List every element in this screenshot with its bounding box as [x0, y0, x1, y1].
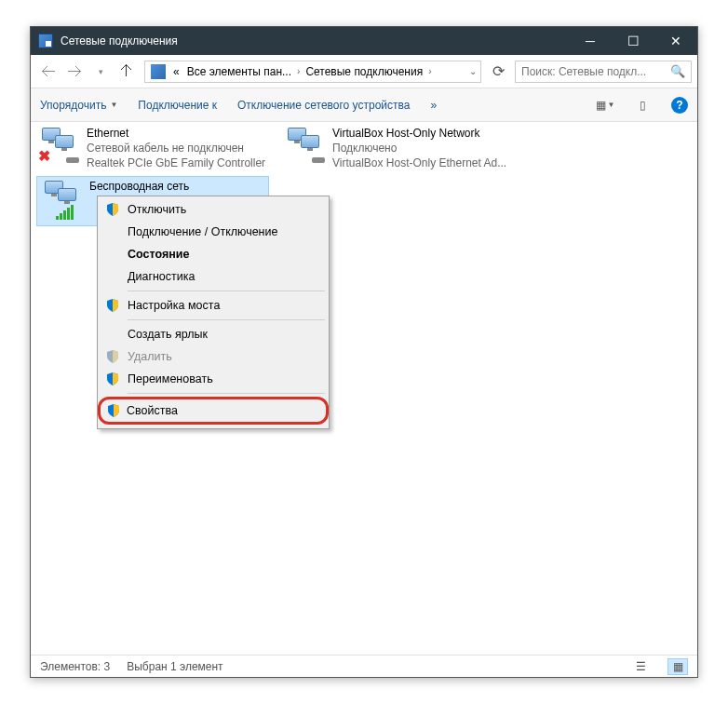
- ctx-label: Удалить: [128, 350, 172, 363]
- breadcrumb-seg-2[interactable]: Сетевые подключения: [302, 65, 426, 78]
- shield-icon: [105, 372, 120, 386]
- maximize-button[interactable]: ☐: [612, 27, 654, 55]
- control-panel-icon: [151, 64, 166, 79]
- up-button[interactable]: 🡡: [115, 60, 139, 84]
- connection-ethernet[interactable]: ✖ Ethernet Сетевой кабель не подключен R…: [36, 126, 269, 171]
- back-button[interactable]: 🡠: [36, 60, 61, 84]
- help-button[interactable]: ?: [669, 95, 690, 115]
- shield-icon: [105, 349, 120, 364]
- wifi-icon: [39, 179, 84, 223]
- network-icon: [282, 126, 327, 170]
- connection-status: Подключено: [332, 141, 506, 155]
- disable-device-button[interactable]: Отключение сетевого устройства: [236, 95, 411, 115]
- plug-icon: [66, 157, 79, 163]
- ctx-label: Настройка моста: [128, 299, 220, 312]
- disable-device-label: Отключение сетевого устройства: [237, 99, 410, 112]
- connection-virtualbox[interactable]: VirtualBox Host-Only Network Подключено …: [282, 126, 515, 171]
- forward-button[interactable]: 🡢: [62, 60, 87, 84]
- breadcrumb-prefix: «: [169, 65, 183, 78]
- ctx-diagnostics[interactable]: Диагностика: [100, 265, 327, 288]
- ctx-connect-disconnect[interactable]: Подключение / Отключение: [100, 221, 327, 243]
- breadcrumb-seg-1[interactable]: Все элементы пан...: [183, 65, 295, 78]
- connection-status: Сетевой кабель не подключен: [87, 141, 265, 155]
- ctx-label: Диагностика: [128, 270, 195, 283]
- chevron-right-icon[interactable]: ›: [295, 66, 302, 76]
- status-element-count: Элементов: 3: [40, 660, 110, 673]
- separator: [128, 319, 325, 320]
- ctx-label: Создать ярлык: [128, 328, 208, 341]
- chevron-right-icon[interactable]: ›: [426, 66, 433, 76]
- details-view-button[interactable]: ☰: [630, 658, 651, 675]
- close-button[interactable]: ✕: [654, 27, 697, 55]
- context-menu: Отключить Подключение / Отключение Состо…: [97, 196, 330, 429]
- ctx-properties[interactable]: Свойства: [98, 397, 329, 425]
- titlebar[interactable]: Сетевые подключения ─ ☐ ✕: [31, 27, 697, 55]
- connection-name: Беспроводная сеть: [89, 179, 189, 194]
- recent-dropdown[interactable]: ▾: [88, 60, 113, 84]
- toolbar: Упорядочить ▼ Подключение к Отключение с…: [31, 88, 697, 122]
- shield-icon: [106, 403, 121, 418]
- organize-label: Упорядочить: [40, 99, 106, 112]
- search-icon[interactable]: 🔍: [670, 64, 685, 78]
- preview-pane-button[interactable]: ▯: [632, 95, 653, 115]
- disconnected-x-icon: ✖: [38, 146, 50, 167]
- help-icon: ?: [671, 97, 688, 114]
- window-title: Сетевые подключения: [61, 34, 569, 47]
- chevron-down-icon: ▼: [110, 101, 117, 109]
- ctx-bridge[interactable]: Настройка моста: [100, 294, 327, 317]
- ctx-status[interactable]: Состояние: [100, 243, 327, 265]
- ctx-label: Отключить: [128, 203, 186, 216]
- ctx-disable[interactable]: Отключить: [100, 198, 327, 221]
- search-input[interactable]: [521, 65, 670, 78]
- refresh-button[interactable]: ⟳: [487, 61, 509, 83]
- ctx-label: Подключение / Отключение: [128, 225, 277, 238]
- overflow-label: »: [430, 99, 437, 112]
- chevron-down-icon[interactable]: ⌄: [467, 66, 479, 76]
- plug-icon: [312, 157, 325, 163]
- ethernet-icon: ✖: [36, 126, 81, 170]
- ctx-rename[interactable]: Переименовать: [100, 368, 327, 390]
- breadcrumb[interactable]: « Все элементы пан... › Сетевые подключе…: [144, 61, 481, 83]
- address-bar: 🡠 🡢 ▾ 🡡 « Все элементы пан... › Сетевые …: [31, 55, 697, 88]
- ctx-label: Состояние: [128, 248, 189, 261]
- minimize-button[interactable]: ─: [569, 27, 612, 55]
- connection-device: VirtualBox Host-Only Ethernet Ad...: [332, 155, 506, 170]
- ctx-label: Свойства: [127, 404, 178, 417]
- icons-view-button[interactable]: ▦: [667, 658, 688, 675]
- connect-to-label: Подключение к: [138, 99, 217, 112]
- status-bar: Элементов: 3 Выбран 1 элемент ☰ ▦: [31, 655, 697, 677]
- shield-icon: [105, 202, 120, 217]
- toolbar-overflow[interactable]: »: [428, 95, 438, 115]
- ctx-delete: Удалить: [100, 345, 327, 368]
- connect-to-button[interactable]: Подключение к: [136, 95, 219, 115]
- shield-icon: [105, 298, 120, 313]
- connection-device: Realtek PCIe GbE Family Controller: [87, 155, 265, 170]
- separator: [128, 393, 325, 394]
- separator: [128, 291, 325, 291]
- connection-name: Ethernet: [87, 126, 265, 141]
- app-icon: [38, 34, 53, 48]
- organize-menu[interactable]: Упорядочить ▼: [38, 95, 119, 115]
- status-selection-count: Выбран 1 элемент: [127, 660, 222, 673]
- signal-bars-icon: [56, 205, 74, 220]
- ctx-create-shortcut[interactable]: Создать ярлык: [100, 323, 327, 345]
- ctx-label: Переименовать: [128, 372, 213, 385]
- search-box[interactable]: 🔍: [515, 61, 692, 83]
- view-options-button[interactable]: ▦▼: [595, 95, 615, 115]
- connection-name: VirtualBox Host-Only Network: [332, 126, 506, 141]
